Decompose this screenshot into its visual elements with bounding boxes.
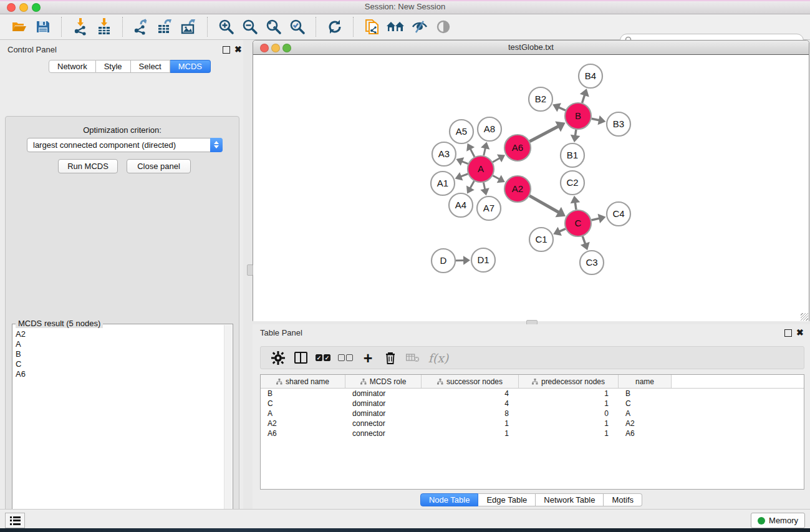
zoom-fit-icon[interactable] xyxy=(263,16,284,37)
refresh-layout-icon[interactable] xyxy=(324,16,345,37)
column-header-successor-nodes[interactable]: successor nodes xyxy=(422,375,519,388)
export-table-icon[interactable] xyxy=(155,16,176,37)
graph-node-b2[interactable]: B2 xyxy=(529,87,552,111)
graph-node-c1[interactable]: C1 xyxy=(529,228,553,251)
table-cell: 4 xyxy=(422,389,519,398)
column-namespace-icon xyxy=(437,379,443,385)
network-window-titlebar[interactable]: testGlobe.txt xyxy=(253,41,809,55)
clone-network-icon[interactable] xyxy=(362,16,383,37)
network-canvas[interactable]: AA1A3A5A8A4A7A6A2BB1B2B3B4CC1C2C3C4DD1 xyxy=(253,55,809,321)
graph-node-a[interactable]: A xyxy=(468,156,494,182)
column-header-label: shared name xyxy=(286,377,329,386)
resize-grip-icon[interactable] xyxy=(801,313,808,321)
graph-edge[interactable] xyxy=(493,158,500,162)
delete-table-icon[interactable] xyxy=(402,349,424,367)
save-session-icon[interactable] xyxy=(32,16,54,37)
export-image-icon[interactable] xyxy=(178,16,200,37)
graph-node-a8[interactable]: A8 xyxy=(478,117,501,141)
graph-node-a5[interactable]: A5 xyxy=(450,120,473,143)
svg-text:B4: B4 xyxy=(585,70,596,81)
graph-edge[interactable] xyxy=(470,181,474,189)
show-columns-icon[interactable] xyxy=(289,349,312,367)
column-header-shared-name[interactable]: shared name xyxy=(261,375,345,388)
import-network-icon[interactable] xyxy=(70,16,91,37)
table-panel-close-icon[interactable]: ✖ xyxy=(796,327,804,337)
graph-edge[interactable] xyxy=(470,148,475,157)
unselect-all-columns-icon[interactable] xyxy=(334,349,357,367)
column-header-name[interactable]: name xyxy=(619,375,672,388)
graph-node-b[interactable]: B xyxy=(565,103,591,129)
tab-node-table[interactable]: Node Table xyxy=(420,493,479,506)
home-layout-icon[interactable] xyxy=(385,16,407,37)
graph-node-a6[interactable]: A6 xyxy=(504,135,531,161)
graph-node-d[interactable]: D xyxy=(432,249,455,273)
table-row[interactable]: Cdominator41C xyxy=(261,399,804,409)
result-item[interactable]: C xyxy=(14,359,224,369)
vertical-splitter-handle[interactable] xyxy=(247,264,253,276)
float-panel-icon[interactable] xyxy=(223,46,230,54)
tab-select[interactable]: Select xyxy=(131,60,170,73)
tab-style[interactable]: Style xyxy=(96,60,131,73)
mcds-result-list[interactable]: A2ABCA6 xyxy=(14,329,224,532)
graph-node-c2[interactable]: C2 xyxy=(561,171,584,195)
tab-motifs[interactable]: Motifs xyxy=(604,493,642,506)
graph-node-c[interactable]: C xyxy=(565,210,591,236)
bird-eye-icon[interactable] xyxy=(433,16,454,37)
graph-node-d1[interactable]: D1 xyxy=(471,248,495,272)
graph-edge[interactable] xyxy=(582,236,586,244)
result-item[interactable]: B xyxy=(14,349,224,359)
table-row[interactable]: A2connector11A2 xyxy=(261,418,804,428)
close-panel-icon[interactable]: ✖ xyxy=(234,44,242,54)
criterion-dropdown[interactable]: largest connected component (directed) xyxy=(27,138,223,152)
table-panel-float-icon[interactable] xyxy=(784,329,792,337)
graph-edge[interactable] xyxy=(529,196,559,213)
delete-column-icon[interactable] xyxy=(379,349,402,367)
table-settings-gear-icon[interactable] xyxy=(267,349,289,367)
graph-node-c3[interactable]: C3 xyxy=(580,251,604,274)
import-table-icon[interactable] xyxy=(94,16,115,37)
graph-edge[interactable] xyxy=(582,94,585,103)
svg-text:D: D xyxy=(440,255,447,266)
graph-node-b3[interactable]: B3 xyxy=(607,112,630,136)
graph-node-a1[interactable]: A1 xyxy=(431,172,455,195)
zoom-selected-icon[interactable] xyxy=(287,16,308,37)
memory-button[interactable]: Memory xyxy=(751,513,805,528)
graph-node-b4[interactable]: B4 xyxy=(579,64,602,88)
tab-edge-table[interactable]: Edge Table xyxy=(478,493,536,506)
table-row[interactable]: Adominator80A xyxy=(261,409,804,418)
console-button[interactable] xyxy=(5,513,25,528)
result-item[interactable]: A2 xyxy=(14,329,224,339)
close-panel-button[interactable]: Close panel xyxy=(127,159,191,173)
graph-node-a2[interactable]: A2 xyxy=(504,176,531,202)
graph-node-b1[interactable]: B1 xyxy=(561,143,584,167)
column-header-predecessor-nodes[interactable]: predecessor nodes xyxy=(519,375,619,388)
open-file-icon[interactable] xyxy=(9,16,30,37)
run-mcds-button[interactable]: Run MCDS xyxy=(58,159,118,173)
graph-edge[interactable] xyxy=(592,118,600,120)
tab-mcds[interactable]: MCDS xyxy=(170,60,211,73)
graph-node-a3[interactable]: A3 xyxy=(432,142,456,166)
result-item[interactable]: A6 xyxy=(14,369,224,379)
graph-edge[interactable] xyxy=(529,126,559,142)
graph-node-a7[interactable]: A7 xyxy=(477,196,501,220)
table-row[interactable]: Bdominator41B xyxy=(261,389,804,399)
zoom-out-icon[interactable] xyxy=(239,16,261,37)
select-all-columns-icon[interactable]: ✓✓ xyxy=(312,349,334,367)
graph-edge[interactable] xyxy=(484,147,486,155)
hide-panel-icon[interactable] xyxy=(409,16,430,37)
zoom-in-icon[interactable] xyxy=(216,16,237,37)
export-network-icon[interactable] xyxy=(131,16,152,37)
column-header-label: successor nodes xyxy=(446,377,503,386)
tab-network-table[interactable]: Network Table xyxy=(536,493,604,506)
result-item[interactable]: A xyxy=(14,339,224,349)
graph-edge[interactable] xyxy=(591,218,600,220)
graph-node-c4[interactable]: C4 xyxy=(607,202,630,226)
table-row[interactable]: A6connector11A6 xyxy=(261,428,804,438)
column-header-MCDS-role[interactable]: MCDS role xyxy=(345,375,422,388)
tab-network[interactable]: Network xyxy=(49,60,96,73)
graph-node-a4[interactable]: A4 xyxy=(449,193,473,217)
result-scrollbar[interactable] xyxy=(224,325,232,532)
add-column-icon[interactable]: + xyxy=(357,349,379,367)
table-cell: dominator xyxy=(345,389,422,398)
function-builder-icon[interactable]: f(x) xyxy=(424,349,453,367)
